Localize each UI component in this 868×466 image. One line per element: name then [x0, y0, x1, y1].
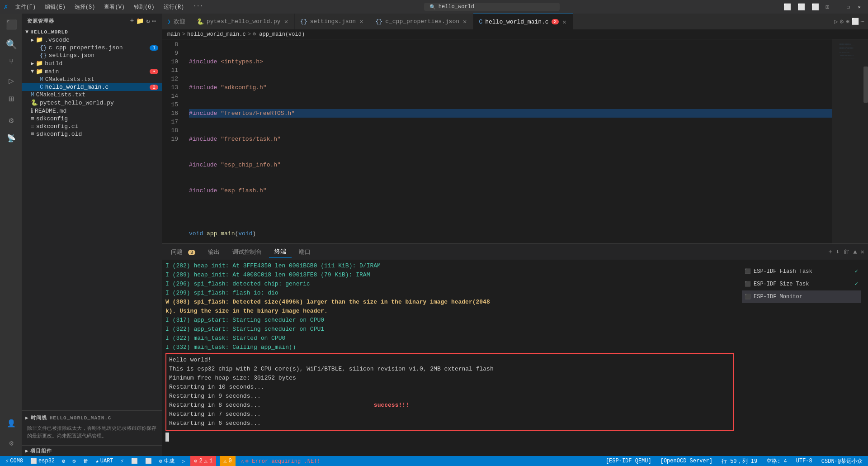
status-esp32[interactable]: ⬜ esp32	[28, 458, 57, 465]
tab-welcome[interactable]: ❯ 欢迎	[162, 14, 191, 29]
tree-item-cpp-props[interactable]: {} c_cpp_properties.json 1	[22, 44, 162, 52]
tab-pytest-close[interactable]: ✕	[283, 17, 289, 26]
menu-goto[interactable]: 转到(G)	[130, 2, 158, 12]
activity-extensions[interactable]: ⊞	[2, 90, 20, 108]
tree-item-build[interactable]: ▶ 📁 build	[22, 59, 162, 67]
layout-icon-2[interactable]: ⬜	[795, 2, 808, 12]
status-error-section[interactable]: ⊗ 2 ⚠ 1	[190, 456, 216, 466]
activity-settings[interactable]: ⚙	[2, 434, 20, 452]
close-button[interactable]: ✕	[854, 2, 864, 12]
tab-settings[interactable]: {} settings.json ✕	[295, 14, 370, 29]
status-generate[interactable]: ⚙ 生成	[157, 457, 176, 465]
tree-item-sdkconfig[interactable]: ≡ sdkconfig	[22, 115, 162, 123]
activity-explorer[interactable]: ⬛	[2, 15, 20, 33]
tab-main-c-close[interactable]: ✕	[561, 18, 567, 26]
status-remote[interactable]: ⚡ COM8	[4, 458, 25, 465]
panel-tab-debug-console[interactable]: 调试控制台	[227, 246, 267, 258]
layout-icon-1[interactable]: ⬜	[781, 2, 794, 12]
status-position[interactable]: 行 50，列 19	[720, 457, 759, 465]
tree-item-cmake-main[interactable]: M CMakeLists.txt	[22, 76, 162, 83]
task-flash[interactable]: ⬛ ESP-IDF Flash Task ✓	[742, 265, 861, 278]
more-icon[interactable]: ⊞	[845, 18, 849, 25]
activity-account[interactable]: 👤	[2, 414, 20, 433]
activity-git[interactable]: ⑂	[2, 53, 20, 71]
tab-main-c[interactable]: C hello_world_main.c 2 ✕	[473, 14, 573, 29]
titlebar-search-value[interactable]: hello_world	[439, 4, 474, 10]
task-monitor[interactable]: ⬛ ESP-IDF Monitor	[742, 290, 861, 303]
tree-item-main-c[interactable]: C hello_world_main.c 2	[22, 83, 162, 91]
menu-edit[interactable]: 编辑(E)	[41, 2, 69, 12]
terminal-main[interactable]: I (282) heap_init: At 3FFE4350 len 0001B…	[165, 262, 734, 454]
tab-cpp-props[interactable]: {} c_cpp_properties.json ✕	[370, 14, 474, 29]
split-terminal-icon[interactable]: ⬇	[836, 248, 840, 256]
main-arrow-icon: ▼	[31, 68, 34, 75]
tab-pytest[interactable]: 🐍 pytest_hello_world.py ✕	[191, 14, 295, 29]
menu-more[interactable]: ···	[189, 2, 207, 12]
panel-tab-output[interactable]: 输出	[203, 246, 225, 258]
terminal-sidebar-panel: ⬛ ESP-IDF Flash Task ✓ ⬛ ESP-IDF Size Ta…	[738, 262, 864, 454]
close-panel-icon[interactable]: ✕	[861, 248, 864, 256]
breadcrumb-file[interactable]: hello_world_main.c	[187, 31, 246, 38]
tree-item-sdkconfig-ci[interactable]: ≡ sdkconfig.ci	[22, 123, 162, 130]
tree-item-main[interactable]: ▼ 📁 main •	[22, 67, 162, 76]
timeline-header[interactable]: ▶ 时间线 hello_world_main.c	[22, 413, 162, 423]
spaces-label: 空格: 4	[766, 457, 787, 465]
status-delete[interactable]: 🗑	[81, 458, 90, 465]
menu-run[interactable]: 运行(R)	[160, 2, 188, 12]
terminal-line-3: I (296) spi_flash: detected chip: generi…	[165, 280, 734, 289]
activity-debug[interactable]: ▷	[2, 71, 20, 90]
status-user[interactable]: CSDN·@某远小众	[820, 457, 864, 465]
status-build-config[interactable]: ⚙	[60, 458, 67, 465]
status-openocd[interactable]: ⚙	[71, 458, 77, 465]
tree-item-vscode[interactable]: ▶ 📁 .vscode	[22, 36, 162, 44]
maximize-panel-icon[interactable]: ▲	[853, 248, 857, 256]
status-flash[interactable]: ⚡	[119, 458, 126, 465]
new-folder-icon[interactable]: 📁	[136, 17, 144, 25]
tree-root[interactable]: ▼ HELLO_WORLD	[22, 29, 162, 36]
status-openocd-label[interactable]: [OpenOCD Server]	[659, 458, 714, 464]
tab-settings-close[interactable]: ✕	[359, 17, 364, 26]
menu-view[interactable]: 查看(V)	[100, 2, 128, 12]
menu-file[interactable]: 文件(F)	[12, 2, 40, 12]
tree-item-cmake-root[interactable]: M CMakeLists.txt	[22, 91, 162, 99]
panel-tab-ports[interactable]: 端口	[293, 246, 316, 258]
panel-tab-problems[interactable]: 问题 3	[165, 246, 201, 258]
panel-icon[interactable]: ⬜	[851, 18, 859, 25]
status-monitor-btn[interactable]: ⬜	[129, 458, 140, 465]
new-file-icon[interactable]: +	[130, 17, 134, 25]
status-encoding[interactable]: UTF-8	[794, 458, 814, 464]
tab-cpp-close[interactable]: ✕	[462, 17, 467, 26]
refresh-icon[interactable]: ↻	[146, 17, 150, 25]
split-icon[interactable]: ⚙	[840, 18, 844, 25]
tree-item-settings[interactable]: {} settings.json	[22, 52, 162, 59]
tree-item-pytest[interactable]: 🐍 pytest_hello_world.py	[22, 99, 162, 107]
breadcrumb-symbol[interactable]: ⊙ app_main(void)	[253, 31, 305, 38]
layout-icon-4[interactable]: ⊞	[823, 2, 832, 12]
activity-remote[interactable]: 📡	[2, 129, 20, 147]
layout-icon-3[interactable]: ⬜	[809, 2, 822, 12]
activity-search[interactable]: 🔍	[2, 35, 20, 53]
collapse-icon[interactable]: ⋯	[152, 17, 156, 25]
layout-icon[interactable]: ⋯	[861, 18, 864, 25]
status-build-btn[interactable]: ⬜	[143, 458, 154, 465]
status-error-msg[interactable]: △ ⊗ Error acquiring .NET!	[239, 458, 322, 465]
minimize-button[interactable]: —	[832, 2, 842, 12]
status-warn-section[interactable]: ⚠ 0	[220, 456, 235, 466]
kill-terminal-icon[interactable]: 🗑	[843, 248, 849, 256]
tree-item-readme[interactable]: ℹ README.md	[22, 107, 162, 115]
add-terminal-icon[interactable]: +	[828, 248, 832, 256]
code-content[interactable]: #include <inttypes.h> #include "sdkconfi…	[182, 39, 832, 243]
status-spaces[interactable]: 空格: 4	[764, 457, 789, 465]
activity-espressif[interactable]: ⚙	[2, 111, 20, 129]
maximize-button[interactable]: ❐	[843, 2, 854, 12]
task-size[interactable]: ⬛ ESP-IDF Size Task ✓	[742, 278, 861, 290]
projects-header[interactable]: ▶ 项目组件	[25, 447, 158, 454]
panel-tab-terminal[interactable]: 终端	[269, 246, 292, 258]
breadcrumb-main[interactable]: main	[167, 31, 180, 38]
menu-select[interactable]: 选择(S)	[71, 2, 99, 12]
tree-item-sdkconfig-old[interactable]: ≡ sdkconfig.old	[22, 130, 162, 138]
status-run-btn[interactable]: ▷	[180, 458, 187, 465]
status-uart[interactable]: ★ UART	[94, 458, 115, 465]
run-icon[interactable]: ▷	[834, 18, 838, 25]
status-qemu[interactable]: [ESP-IDF QEMU]	[604, 458, 653, 464]
